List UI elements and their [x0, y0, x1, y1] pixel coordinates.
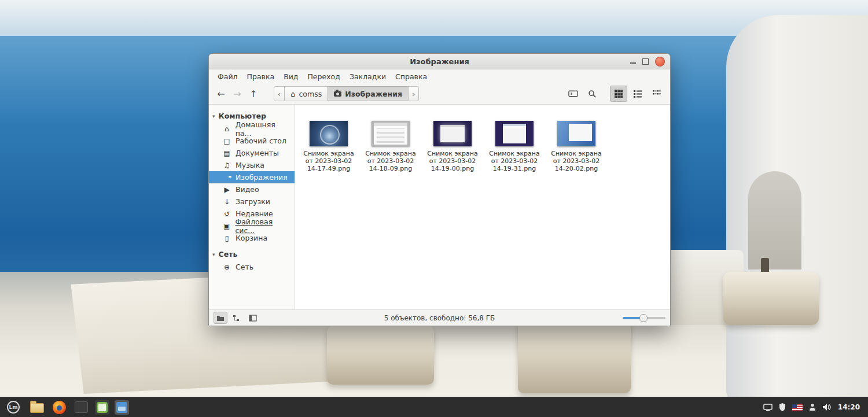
file-thumbnail — [433, 121, 472, 146]
search-icon — [588, 90, 597, 98]
close-button[interactable] — [655, 57, 665, 67]
taskbar-window-app[interactable] — [95, 400, 109, 415]
grid-view-icon — [615, 90, 623, 98]
sidebar-item-label: Загрузки — [236, 197, 270, 206]
collapse-triangle-icon: ▾ — [212, 113, 215, 119]
minimize-button[interactable] — [630, 62, 636, 64]
sidebar-item-label: Сеть — [236, 263, 253, 271]
sidebar-toggles — [214, 312, 260, 324]
wallpaper-arch — [748, 171, 801, 270]
taskbar-clock[interactable]: 14:20 — [838, 403, 860, 411]
sidebar-item-label: Рабочий стол — [236, 136, 286, 145]
sidebar-item-downloads[interactable]: ↓ Загрузки — [209, 195, 295, 208]
sidebar-item-label: Домашняя па... — [236, 120, 292, 138]
home-icon: ⌂ — [223, 126, 231, 132]
up-button[interactable]: ↑ — [246, 86, 261, 101]
file-manager-window: Изображения Файл Правка Вид Переход Закл… — [208, 53, 671, 326]
sidebar-item-desktop[interactable]: □ Рабочий стол — [209, 135, 295, 147]
breadcrumb-scroll-right-button[interactable]: › — [408, 86, 419, 101]
list-view-icon — [634, 90, 642, 98]
user-icon[interactable] — [809, 403, 816, 411]
menu-file[interactable]: Файл — [214, 71, 242, 83]
taskbar-window-files[interactable] — [115, 400, 129, 415]
firefox-launcher[interactable] — [51, 399, 68, 416]
list-view-button[interactable] — [629, 86, 646, 102]
zoom-slider[interactable] — [623, 314, 665, 322]
menu-view[interactable]: Вид — [279, 71, 302, 83]
terminal-icon — [75, 401, 88, 413]
trash-icon: ▯ — [223, 235, 231, 242]
file-thumbnail — [557, 121, 595, 146]
menu-bookmarks[interactable]: Закладки — [345, 71, 390, 83]
breadcrumb-current-label: Изображения — [345, 90, 402, 98]
hide-sidebar-icon — [249, 315, 257, 322]
display-icon[interactable] — [763, 404, 773, 411]
file-thumbnail — [495, 121, 534, 146]
volume-icon[interactable] — [822, 403, 832, 411]
folder-icon — [30, 403, 44, 413]
sidebar-item-music[interactable]: ♫ Музыка — [209, 159, 295, 171]
file-name: Снимок экрана от 2023-03-02 14-19-31.png — [489, 150, 540, 173]
breadcrumb-pictures-button[interactable]: Изображения — [328, 86, 409, 101]
titlebar[interactable]: Изображения — [209, 54, 670, 69]
app-window-icon — [97, 402, 108, 413]
treeview-toggle-button[interactable] — [230, 312, 244, 324]
sidebar-item-label: Корзина — [236, 234, 267, 242]
menu-help[interactable]: Справка — [391, 71, 431, 83]
forward-button[interactable]: → — [230, 86, 245, 101]
file-item[interactable]: Снимок экрана от 2023-03-02 14-20-02.png — [547, 121, 605, 173]
file-grid[interactable]: Снимок экрана от 2023-03-02 14-17-49.png… — [295, 105, 670, 309]
sidebar-item-network[interactable]: ⊕ Сеть — [209, 261, 295, 273]
breadcrumb-scroll-left-button[interactable]: ‹ — [274, 86, 285, 101]
compact-view-button[interactable] — [648, 86, 665, 102]
camera-icon — [334, 91, 341, 97]
menu-go[interactable]: Переход — [303, 71, 344, 83]
location-entry-icon — [568, 90, 578, 98]
desktop-icon: □ — [223, 138, 231, 145]
menu-edit[interactable]: Правка — [243, 71, 279, 83]
sidebar-header-label: Компьютер — [219, 112, 266, 120]
zoom-slider-handle[interactable] — [639, 314, 648, 322]
sidebar-item-label: Файловая сис... — [235, 217, 292, 235]
sidebar-item-video[interactable]: ▶ Видео — [209, 183, 295, 195]
update-shield-icon[interactable] — [779, 403, 786, 411]
file-thumbnail — [372, 121, 410, 146]
tree-icon — [233, 315, 241, 322]
filesystem-icon: ▣ — [223, 223, 230, 230]
breadcrumb-home-button[interactable]: ⌂ comss — [284, 86, 328, 101]
location-entry-toggle-button[interactable] — [564, 86, 582, 102]
places-toggle-button[interactable] — [214, 312, 227, 324]
file-name: Снимок экрана от 2023-03-02 14-17-49.png — [303, 150, 354, 173]
wallpaper-bench — [723, 272, 819, 325]
maximize-button[interactable] — [642, 58, 649, 65]
places-icon — [216, 315, 225, 322]
file-thumbnail — [310, 121, 348, 146]
sidebar-item-home[interactable]: ⌂ Домашняя па... — [209, 123, 295, 135]
sidebar-item-label: Музыка — [236, 161, 264, 169]
sidebar-item-pictures[interactable]: Изображения — [209, 171, 295, 183]
status-text: 5 объектов, свободно: 56,8 ГБ — [209, 314, 670, 322]
video-icon: ▶ — [223, 186, 231, 193]
sidebar-item-filesystem[interactable]: ▣ Файловая сис... — [209, 220, 295, 232]
sidebar-item-label: Изображения — [236, 173, 288, 182]
home-icon: ⌂ — [290, 90, 295, 98]
sidebar-item-documents[interactable]: ▤ Документы — [209, 147, 295, 159]
back-button[interactable]: ← — [214, 86, 229, 101]
menu-button[interactable]: Lm — [3, 399, 23, 416]
file-name: Снимок экрана от 2023-03-02 14-18-09.png — [365, 150, 416, 173]
keyboard-layout-flag-icon[interactable] — [792, 404, 803, 411]
icon-view-button[interactable] — [610, 86, 627, 102]
file-item[interactable]: Снимок экрана от 2023-03-02 14-19-00.png — [424, 121, 481, 173]
firefox-icon — [53, 401, 66, 414]
file-item[interactable]: Снимок экрана от 2023-03-02 14-18-09.png — [362, 121, 420, 173]
desktop: Изображения Файл Правка Вид Переход Закл… — [0, 0, 868, 417]
hide-sidebar-button[interactable] — [246, 312, 260, 324]
file-item[interactable]: Снимок экрана от 2023-03-02 14-19-31.png — [486, 121, 543, 173]
file-item[interactable]: Снимок экрана от 2023-03-02 14-17-49.png — [300, 121, 358, 173]
sidebar-section-network[interactable]: ▾ Сеть — [209, 248, 295, 261]
mint-logo-icon: Lm — [7, 401, 20, 414]
terminal-launcher[interactable] — [73, 400, 90, 415]
search-button[interactable] — [583, 86, 601, 102]
files-launcher[interactable] — [28, 400, 46, 415]
toolbar-right — [564, 86, 665, 102]
